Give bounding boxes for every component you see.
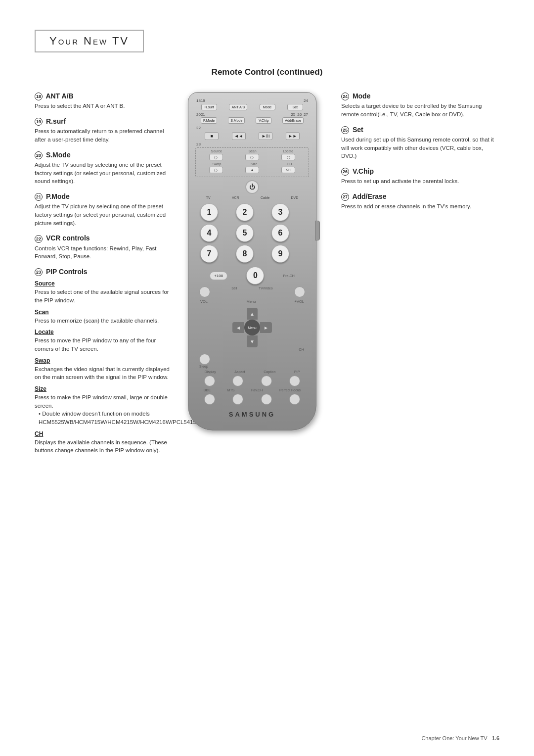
item-22-num: 22 xyxy=(35,235,43,243)
pip-swap-body: Exchanges the video signal that is curre… xyxy=(35,365,173,381)
number-pad: 1 2 3 4 5 6 7 8 9 xyxy=(200,203,304,263)
tvvideo-btn[interactable] xyxy=(294,286,305,297)
prech-label: Pre-CH xyxy=(283,274,295,278)
pip-scan-title: Scan xyxy=(35,309,173,316)
badge-18: 18 xyxy=(196,98,201,103)
item-18-title: 18 ANT A/B xyxy=(35,92,173,100)
mts-btn[interactable] xyxy=(232,394,243,405)
playpause-btn[interactable]: ►/II xyxy=(259,132,272,140)
badge-20: 20 xyxy=(196,112,201,117)
nav-up[interactable]: ▲ xyxy=(247,308,258,320)
still-btn[interactable] xyxy=(199,286,210,297)
mode-btn[interactable]: Mode xyxy=(260,104,275,110)
badge-23: 23 xyxy=(196,142,201,146)
pip-ch-body: Displays the available channels in seque… xyxy=(35,438,173,455)
perfectfocus-btn[interactable] xyxy=(289,394,300,405)
favch-label: Fav.CH xyxy=(251,388,263,392)
nav-down[interactable]: ▼ xyxy=(247,335,258,347)
badge-24: 24 xyxy=(304,98,308,103)
pmode-btn[interactable]: P.Mode xyxy=(201,117,217,124)
pip-locate-title: Locate xyxy=(35,329,173,335)
btn-8[interactable]: 8 xyxy=(236,245,254,263)
swap-btn[interactable]: ◯ xyxy=(209,167,223,173)
rew-btn[interactable]: ◄◄ xyxy=(232,132,246,140)
badge-25: 25 xyxy=(291,112,295,117)
nav-cross: ▲ ▼ ◄ ► Menu xyxy=(232,308,272,347)
ff-btn[interactable]: ►► xyxy=(286,132,300,140)
btn-3[interactable]: 3 xyxy=(271,203,289,221)
size-btn[interactable]: ▲ xyxy=(245,167,259,173)
sleep-label: Sleep xyxy=(199,365,208,368)
locate-btn[interactable]: ◯ xyxy=(281,154,295,160)
pip-btn-row2: ◯ ▲ CH xyxy=(198,167,307,173)
pip-btn-row1: ◯ ◯ ◯ xyxy=(198,154,307,160)
display-btn[interactable] xyxy=(204,376,215,386)
item-19-num: 19 xyxy=(35,118,43,126)
pip-swap-title: Swap xyxy=(35,357,173,364)
nav-left[interactable]: ◄ xyxy=(232,322,244,333)
footer-page: 1.6 xyxy=(492,735,499,741)
pip-size-label: Size xyxy=(251,162,258,166)
pip-swap-label: Swap xyxy=(213,162,222,166)
nav-center-btn[interactable]: Menu xyxy=(244,320,260,335)
still-label: Still xyxy=(231,286,237,297)
stop-btn[interactable]: ■ xyxy=(205,132,219,140)
btn-6[interactable]: 6 xyxy=(271,224,289,242)
pip-controls-box: Source Scan Locate ◯ ◯ ◯ Swap Size CH xyxy=(195,147,309,177)
vchip-btn[interactable]: V.Chip xyxy=(256,117,271,124)
vol-minus-label: VOL xyxy=(200,299,208,304)
item-26-body: Press to set up and activate the parenta… xyxy=(341,177,499,186)
scan-btn[interactable]: ◯ xyxy=(245,154,259,160)
btn-9[interactable]: 9 xyxy=(271,245,289,263)
item-21-body: Adjust the TV picture by selecting one o… xyxy=(35,202,173,227)
btn-plus100[interactable]: +100 xyxy=(210,272,227,280)
rsurf-btn[interactable]: R.surf xyxy=(201,104,217,110)
right-column: 24 Mode Selects a target device to be co… xyxy=(331,92,499,462)
badge-26: 26 xyxy=(297,112,302,117)
item-26: 26 V.Chip Press to set up and activate t… xyxy=(341,167,499,186)
bottom-row1 xyxy=(195,376,309,386)
aspect-btn[interactable] xyxy=(232,376,243,386)
btn-7[interactable]: 7 xyxy=(200,245,218,263)
btn-2[interactable]: 2 xyxy=(236,203,254,221)
item-22-title: 22 VCR controls xyxy=(35,234,173,242)
btn-5[interactable]: 5 xyxy=(236,224,254,242)
item-23: 23 PIP Controls Source Press to select o… xyxy=(35,268,173,455)
power-btn[interactable]: ⏻ xyxy=(245,180,259,194)
remote-side-button[interactable] xyxy=(315,221,320,240)
item-18: 18 ANT A/B Press to select the ANT A or … xyxy=(35,92,173,110)
pip-main-btn[interactable] xyxy=(289,376,300,386)
page-title: Your New TV xyxy=(49,35,129,47)
item-25-num: 25 xyxy=(341,126,349,134)
btn-4[interactable]: 4 xyxy=(200,224,218,242)
sleep-btn[interactable] xyxy=(199,354,210,365)
item-26-num: 26 xyxy=(341,168,349,176)
caption-btn[interactable] xyxy=(261,376,272,386)
pip-ch-label: CH xyxy=(287,162,292,166)
item-24-num: 24 xyxy=(341,93,349,100)
pip-locate-body: Press to move the PIP window to any of t… xyxy=(35,336,173,353)
item-27-num: 27 xyxy=(341,193,349,201)
nav-right[interactable]: ► xyxy=(260,322,272,333)
item-24-body: Selects a target device to be controlled… xyxy=(341,102,499,118)
set-btn[interactable]: Set xyxy=(287,104,303,110)
source-btn[interactable]: ◯ xyxy=(209,154,223,160)
adderase-btn[interactable]: Add/Erase xyxy=(282,117,304,124)
badge-27: 27 xyxy=(304,112,308,117)
btn-1[interactable]: 1 xyxy=(200,203,218,221)
badge-22: 22 xyxy=(196,126,201,130)
display-label: Display xyxy=(205,370,216,374)
zero-row: +100 0 Pre-CH xyxy=(200,267,304,284)
badge-19: 19 xyxy=(201,98,205,103)
dvd-label: DVD xyxy=(291,196,299,199)
smode-btn[interactable]: S.Mode xyxy=(228,117,245,124)
item-18-body: Press to select the ANT A or ANT B. xyxy=(35,102,173,110)
antab-btn[interactable]: ANT A/B xyxy=(229,104,247,110)
btn-0[interactable]: 0 xyxy=(246,267,264,284)
pip-size-title: Size xyxy=(35,385,173,392)
item-25-title: 25 Set xyxy=(341,126,499,134)
favch-btn[interactable] xyxy=(261,394,272,405)
ch-btn[interactable]: CH xyxy=(281,167,295,173)
item-25-body: Used during set up of this Samsung remot… xyxy=(341,136,499,160)
bbe-btn[interactable] xyxy=(204,394,215,405)
